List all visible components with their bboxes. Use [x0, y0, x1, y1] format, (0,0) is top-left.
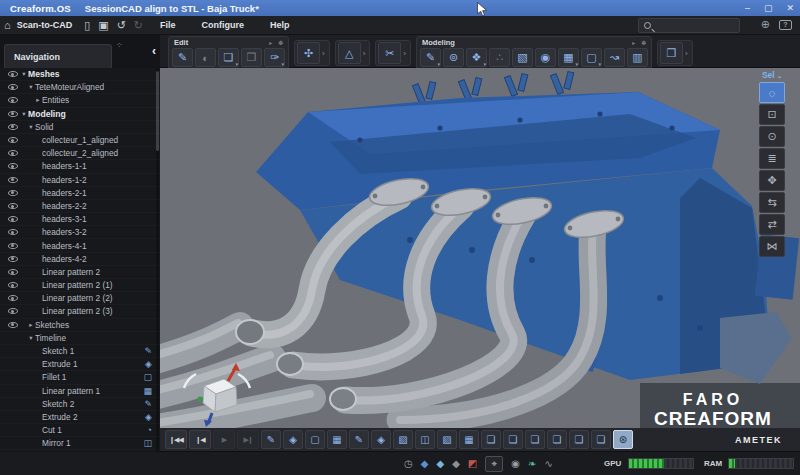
visibility-eye-icon[interactable] — [8, 203, 18, 209]
close-button[interactable]: ✕ — [786, 4, 794, 13]
visibility-eye-icon[interactable] — [8, 269, 18, 275]
freeform-selection-button[interactable]: ◌ — [759, 82, 785, 103]
visibility-eye-icon[interactable] — [8, 282, 18, 288]
tree-row[interactable]: Extrude 2◈ — [0, 411, 160, 424]
visibility-eye-icon[interactable] — [8, 111, 18, 117]
visibility-eye-icon[interactable] — [8, 124, 18, 130]
sweep-tool[interactable]: ❖▾ — [466, 48, 487, 67]
extend-selection-button[interactable]: ⇆ — [759, 192, 785, 213]
history-icon[interactable]: ◷ — [404, 459, 413, 469]
signal-icon[interactable]: ∿ — [544, 459, 552, 469]
expander-icon[interactable]: ▾ — [20, 70, 28, 78]
visibility-eye-icon[interactable] — [8, 163, 18, 169]
tree-row[interactable]: Linear pattern 1▦ — [0, 385, 160, 398]
tree-row[interactable]: Sketch 2✎ — [0, 398, 160, 411]
save-icon[interactable]: ▣ — [98, 20, 108, 31]
tab-navigation[interactable]: Navigation — [4, 44, 112, 68]
group-overflow-icon[interactable]: ▸ ✽ — [269, 39, 285, 46]
expand-chevron-icon[interactable]: › — [361, 49, 368, 58]
expander-icon[interactable]: ▾ — [27, 123, 35, 131]
tree-row[interactable]: headers-3-2 — [0, 226, 160, 239]
feedback-icon[interactable]: ? — [779, 20, 792, 30]
mesh-view-icon[interactable]: ◆ — [421, 459, 429, 469]
tree-row[interactable]: Extrude 1◈ — [0, 358, 160, 371]
tree-row[interactable]: Linear pattern 2 (2) — [0, 292, 160, 305]
expander-icon[interactable]: ▸ — [27, 321, 35, 329]
sketch-tool[interactable]: ✎▾ — [420, 48, 441, 67]
step-linear-pattern-1[interactable]: ▦ — [327, 430, 347, 449]
menu-help[interactable]: Help — [257, 20, 303, 30]
minimize-button[interactable]: – — [745, 4, 750, 13]
visibility-eye-icon[interactable] — [8, 216, 18, 222]
expander-icon[interactable]: ▾ — [27, 334, 35, 342]
axis-alignment-tool[interactable]: ✣ — [297, 42, 320, 64]
step-extrude-1[interactable]: ◈ — [283, 430, 303, 449]
visibility-eye-icon[interactable] — [8, 256, 18, 262]
step-fillet-1[interactable]: ▢ — [305, 430, 325, 449]
expander-icon[interactable]: ▾ — [20, 110, 28, 118]
step-sketch-2[interactable]: ✎ — [349, 430, 369, 449]
step-boss-4[interactable]: ❏ — [547, 430, 567, 449]
boolean-tool[interactable]: ❏▾ — [218, 48, 239, 67]
expand-chevron-icon[interactable]: › — [683, 49, 690, 58]
timeline-first-button[interactable]: ❙◀◀ — [165, 430, 187, 449]
expander-icon[interactable]: ▸ — [34, 96, 42, 104]
visibility-eye-icon[interactable] — [8, 308, 18, 314]
rectangle-selection-button[interactable]: ⊡ — [759, 104, 785, 125]
wrap-tool[interactable]: ◉ — [535, 48, 556, 67]
expander-icon[interactable]: ▾ — [27, 83, 35, 91]
expand-chevron-icon[interactable]: › — [320, 49, 327, 58]
timeline-previous-button[interactable]: ❙◀ — [189, 430, 211, 449]
target-toggle[interactable]: ⌖ — [485, 456, 503, 472]
menu-file[interactable]: File — [147, 20, 189, 30]
tree-row[interactable]: headers-4-2 — [0, 253, 160, 266]
step-solid-1[interactable]: ▧ — [393, 430, 413, 449]
collapse-panel-button[interactable]: ‹ — [148, 41, 160, 61]
spot-selection-button[interactable]: ⊙ — [759, 126, 785, 147]
eco-icon[interactable]: ❧ — [528, 459, 536, 469]
shrink-selection-button[interactable]: ⇄ — [759, 214, 785, 235]
fillet-tool[interactable]: ▢▾ — [581, 48, 602, 67]
panel-options-icon[interactable]: ⁘ — [116, 41, 123, 50]
step-sketch-1[interactable]: ✎ — [261, 430, 281, 449]
group-overflow-icon[interactable]: ▸ ✽ — [632, 39, 648, 46]
expand-chevron-icon[interactable]: › — [401, 49, 408, 58]
tree-row[interactable]: Fillet 1▢ — [0, 371, 160, 384]
trim-tool[interactable]: ❐ — [241, 48, 262, 67]
invert-selection-button[interactable]: ⋈ — [759, 236, 785, 257]
pattern-tool[interactable]: ▦▾ — [558, 48, 579, 67]
mesh-cut-tool[interactable]: ✂ — [378, 42, 401, 64]
tree-row[interactable]: Linear pattern 2 (1) — [0, 279, 160, 292]
step-boss-1[interactable]: ❏ — [481, 430, 501, 449]
step-boss-6[interactable]: ❏ — [591, 430, 611, 449]
undo-icon[interactable]: ↺ — [117, 20, 126, 31]
flex-tool[interactable]: ↝ — [604, 48, 625, 67]
maximize-button[interactable]: ▢ — [764, 4, 773, 13]
app-name[interactable]: Creaform.OS — [0, 3, 85, 14]
home-icon[interactable]: ⌂ — [4, 20, 11, 31]
tree-row[interactable]: ▾TeteMoteurAligned — [0, 81, 160, 94]
step-boss-3[interactable]: ❏ — [525, 430, 545, 449]
visibility-eye-icon[interactable] — [8, 137, 18, 143]
search-input[interactable] — [638, 18, 740, 33]
freeform-tool[interactable]: ∴ — [489, 48, 510, 67]
step-current[interactable]: ⊛ — [613, 430, 633, 449]
visibility-eye-icon[interactable] — [8, 84, 18, 90]
tree-row[interactable]: Linear pattern 2 — [0, 266, 160, 279]
tree-row[interactable]: Sketch 1✎ — [0, 345, 160, 358]
tree-row[interactable]: ▸Entities — [0, 94, 160, 107]
visibility-eye-icon[interactable] — [8, 190, 18, 196]
engine-model[interactable] — [160, 68, 800, 428]
mesh-view-3-icon[interactable]: ◆ — [452, 459, 460, 469]
step-boss-5[interactable]: ❏ — [569, 430, 589, 449]
surface-fit-tool[interactable]: ✑▾ — [264, 48, 285, 67]
layer-selection-button[interactable]: ≣ — [759, 148, 785, 169]
solid-cube-tool[interactable]: ▧ — [512, 48, 533, 67]
tree-row[interactable]: headers-1-1 — [0, 160, 160, 173]
edit-mesh-tool[interactable]: ✎ — [172, 48, 193, 67]
visibility-eye-icon[interactable] — [8, 97, 18, 103]
revolve-tool[interactable]: ⊚ — [443, 48, 464, 67]
step-mirror-1[interactable]: ◫ — [415, 430, 435, 449]
menu-configure[interactable]: Configure — [189, 20, 258, 30]
tree-row[interactable]: ▸Sketches — [0, 319, 160, 332]
